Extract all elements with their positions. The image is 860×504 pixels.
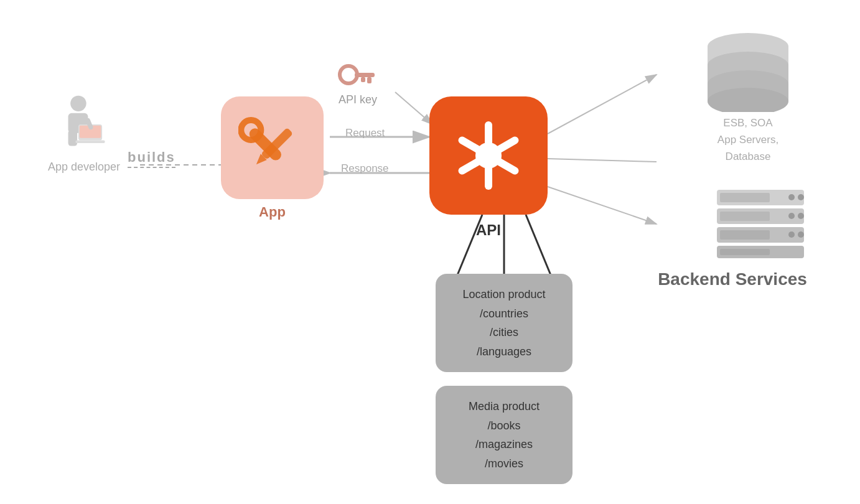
svg-point-25 — [340, 66, 357, 83]
api-key-area: API key — [336, 59, 380, 106]
builds-label: builds — [128, 149, 175, 168]
svg-point-53 — [788, 231, 795, 238]
app-developer-label: App developer — [48, 161, 120, 174]
svg-line-4 — [395, 92, 432, 124]
svg-line-7 — [548, 75, 657, 134]
svg-point-45 — [788, 194, 795, 200]
server-icon — [711, 187, 810, 261]
media-product-text: Media product /books /magazines /movies — [448, 397, 560, 473]
svg-point-13 — [70, 96, 86, 111]
api-key-label: API key — [339, 93, 377, 106]
svg-line-8 — [548, 159, 657, 162]
key-icon — [336, 59, 380, 90]
diagram-container: App developer builds App API key — [0, 0, 860, 504]
database-icon — [698, 31, 798, 112]
location-product-box: Location product /countries /cities /lan… — [436, 274, 573, 372]
svg-rect-28 — [361, 77, 365, 82]
svg-point-46 — [798, 194, 804, 200]
svg-rect-48 — [720, 212, 770, 221]
svg-point-54 — [798, 231, 804, 238]
svg-rect-15 — [68, 130, 78, 146]
app-box — [221, 96, 324, 199]
svg-rect-44 — [720, 193, 770, 202]
backend-services-label: Backend Services — [658, 269, 807, 289]
server-icon-area — [711, 187, 810, 264]
api-label: API — [429, 222, 548, 239]
svg-rect-52 — [720, 230, 770, 240]
response-label: Response — [341, 162, 389, 175]
svg-rect-19 — [75, 140, 105, 143]
svg-rect-56 — [720, 249, 770, 255]
database-icon-area: ESB, SOAApp Servers,Database — [698, 31, 798, 166]
app-label: App — [221, 204, 324, 220]
svg-line-20 — [88, 121, 91, 128]
location-product-text: Location product /countries /cities /lan… — [448, 285, 560, 361]
api-logo-icon — [445, 112, 532, 199]
esb-soa-label: ESB, SOAApp Servers,Database — [698, 114, 798, 166]
person-icon — [59, 93, 109, 156]
svg-line-9 — [548, 187, 657, 224]
svg-point-50 — [798, 213, 804, 219]
svg-point-49 — [788, 213, 795, 219]
svg-rect-27 — [367, 77, 372, 83]
svg-rect-26 — [355, 73, 375, 77]
request-label: Request — [345, 127, 385, 139]
media-product-box: Media product /books /magazines /movies — [436, 386, 573, 484]
tools-icon — [238, 114, 307, 182]
api-box — [429, 96, 548, 215]
app-developer-section: App developer — [31, 93, 137, 174]
